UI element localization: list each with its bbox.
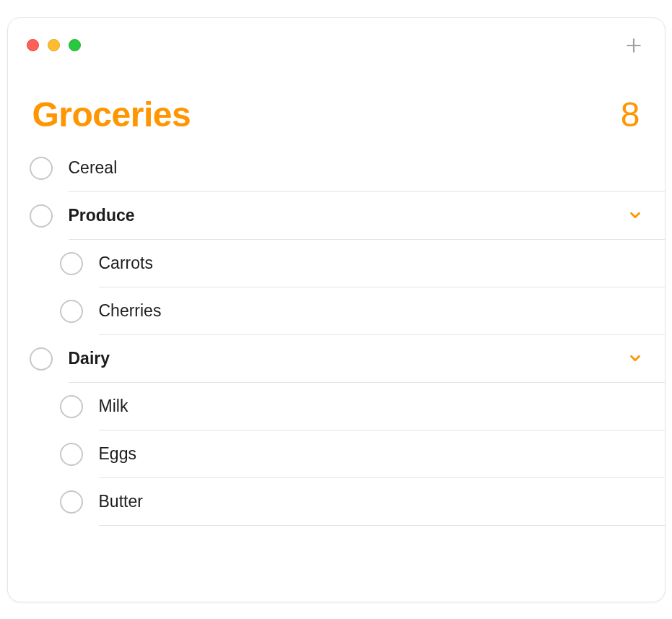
row-content: Dairy	[69, 335, 665, 383]
reminder-row[interactable]: Dairy	[8, 335, 665, 383]
reminder-label: Dairy	[69, 349, 110, 368]
expand-toggle[interactable]	[627, 350, 643, 366]
reminder-row[interactable]: Produce	[8, 192, 665, 240]
reminder-checkbox[interactable]	[30, 347, 53, 371]
window-controls	[27, 39, 81, 51]
list-title: Groceries	[32, 95, 191, 134]
reminder-label: Produce	[69, 206, 135, 225]
list-header: Groceries 8	[8, 60, 665, 144]
reminder-row[interactable]: Carrots	[8, 240, 665, 287]
reminder-checkbox[interactable]	[60, 252, 83, 275]
reminder-checkbox[interactable]	[60, 443, 83, 466]
reminder-checkbox[interactable]	[60, 300, 83, 323]
chevron-down-icon	[627, 350, 643, 366]
reminder-checkbox[interactable]	[60, 490, 83, 514]
minimize-window-button[interactable]	[48, 39, 60, 51]
reminder-row[interactable]: Eggs	[8, 430, 665, 478]
reminder-row[interactable]: Cherries	[8, 287, 665, 335]
chevron-down-icon	[627, 207, 643, 223]
reminders-window: Groceries 8 Cereal Produce C	[7, 17, 666, 602]
add-reminder-button[interactable]	[621, 33, 646, 58]
row-content: Butter	[99, 478, 665, 526]
plus-icon	[624, 36, 643, 55]
reminder-row[interactable]: Milk	[8, 383, 665, 430]
reminder-checkbox[interactable]	[60, 395, 83, 418]
reminder-row[interactable]: Butter	[8, 478, 665, 526]
reminder-checkbox[interactable]	[30, 157, 53, 180]
titlebar	[8, 18, 665, 60]
row-content: Carrots	[99, 240, 665, 287]
reminder-label: Milk	[99, 397, 128, 416]
reminder-label: Cherries	[99, 301, 162, 321]
row-content: Produce	[69, 192, 665, 240]
expand-toggle[interactable]	[627, 207, 643, 223]
row-content: Milk	[99, 383, 665, 430]
close-window-button[interactable]	[27, 39, 39, 51]
reminder-label: Carrots	[99, 254, 153, 273]
reminder-row[interactable]: Cereal	[8, 144, 665, 192]
reminders-list: Cereal Produce Carrots Cher	[8, 144, 665, 526]
row-content: Cherries	[99, 287, 665, 335]
maximize-window-button[interactable]	[69, 39, 81, 51]
reminder-checkbox[interactable]	[30, 204, 53, 228]
reminder-label: Eggs	[99, 444, 136, 464]
list-count: 8	[621, 95, 640, 134]
row-content: Eggs	[99, 430, 665, 478]
reminder-label: Butter	[99, 492, 143, 511]
row-content: Cereal	[69, 144, 665, 192]
reminder-label: Cereal	[69, 158, 118, 178]
